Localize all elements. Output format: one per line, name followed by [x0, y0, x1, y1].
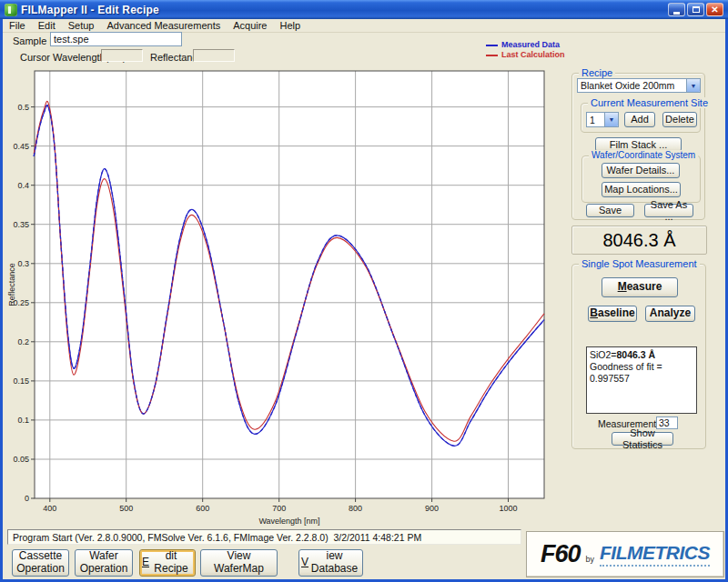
reflectance-spectrum-chart[interactable]: 400500600700800900100000.050.10.150.20.2… — [7, 64, 564, 529]
restore-icon — [693, 6, 700, 13]
analyze-button[interactable]: Analyze — [645, 306, 695, 322]
site-selected-value: 1 — [587, 115, 604, 125]
minimize-button[interactable] — [668, 3, 685, 16]
svg-text:0: 0 — [25, 494, 29, 503]
window-title: FILMapper II - Edit Recipe — [21, 4, 159, 16]
app-window: FILMapper II - Edit Recipe ✕ File Edit S… — [0, 0, 728, 582]
svg-text:500: 500 — [119, 504, 133, 513]
results-box: SiO2=8046.3 Å Goodness of fit = 0.997557 — [586, 346, 697, 414]
svg-text:0.35: 0.35 — [13, 220, 29, 229]
wafer-details-button[interactable]: Wafer Details... — [602, 163, 680, 178]
svg-text:Reflectance: Reflectance — [7, 263, 16, 306]
svg-text:0.2: 0.2 — [17, 337, 29, 346]
result-thickness-value: 8046.3 Å — [616, 349, 655, 360]
app-icon — [5, 4, 17, 16]
menu-acquire[interactable]: Acquire — [227, 19, 273, 33]
logo-by-text: by — [586, 555, 595, 564]
svg-text:0.15: 0.15 — [13, 376, 29, 386]
chart-legend: Measured Data Last Calculation — [486, 40, 565, 60]
result-thickness-line: SiO2=8046.3 Å — [590, 349, 693, 361]
save-button[interactable]: Save — [586, 204, 634, 217]
restore-button[interactable] — [687, 3, 704, 16]
save-as-button[interactable]: Save As ... — [644, 204, 693, 217]
recipe-select[interactable]: Blanket Oxide 200mm ▼ — [577, 78, 701, 93]
baseline-button[interactable]: Baseline — [588, 306, 637, 322]
svg-text:600: 600 — [196, 504, 209, 513]
minimize-icon — [673, 12, 680, 15]
wafer-coordinate-group: Wafer/Coordinate System Wafer Details...… — [581, 156, 701, 203]
show-statistics-button[interactable]: Show Statistics — [612, 432, 673, 446]
f60-filmetrics-logo: F60 by FILMETRICS — [526, 531, 724, 577]
svg-text:900: 900 — [425, 504, 439, 513]
close-icon: ✕ — [711, 5, 718, 15]
recipe-group: Recipe Blanket Oxide 200mm ▼ Current Mea… — [571, 73, 705, 220]
add-button[interactable]: Add — [624, 112, 655, 127]
single-spot-measurement-group: Single Spot Measurement Measure Baseline… — [571, 264, 706, 449]
svg-text:0.45: 0.45 — [13, 142, 29, 151]
svg-text:0.5: 0.5 — [17, 103, 29, 112]
calculated-series-swatch — [486, 55, 498, 56]
f60-logo-text: F60 — [541, 540, 581, 568]
svg-text:0.3: 0.3 — [17, 259, 29, 268]
title-bar[interactable]: FILMapper II - Edit Recipe ✕ — [0, 0, 728, 19]
svg-text:0.4: 0.4 — [17, 181, 29, 190]
menu-bar: File Edit Setup Advanced Measurements Ac… — [3, 19, 725, 33]
measurement-site-group-label: Current Measurement Site — [588, 97, 711, 108]
close-button[interactable]: ✕ — [706, 3, 723, 16]
measure-button[interactable]: Measure — [602, 277, 678, 297]
status-bar: Program Start (Ver. 2.8.0.9000, FMSolve … — [7, 529, 521, 545]
calculated-series-label: Last Calculation — [501, 50, 565, 60]
recipe-group-label: Recipe — [579, 67, 615, 78]
thickness-value-display: 8046.3 Å — [571, 226, 707, 255]
measured-series-swatch — [486, 45, 498, 46]
svg-text:700: 700 — [272, 504, 286, 513]
recipe-selected-value: Blanket Oxide 200mm — [578, 80, 686, 91]
wafer-coordinate-group-label: Wafer/Coordinate System — [589, 150, 698, 160]
filmetrics-logo-text: FILMETRICS — [600, 542, 710, 567]
edit-recipe-button[interactable]: Edit Recipe — [139, 549, 196, 577]
view-wafermap-button[interactable]: View WaferMap — [200, 549, 278, 577]
menu-edit[interactable]: Edit — [32, 19, 62, 33]
map-locations-button[interactable]: Map Locations... — [602, 182, 681, 197]
svg-text:0.1: 0.1 — [17, 416, 29, 425]
menu-help[interactable]: Help — [273, 19, 307, 33]
single-spot-group-label: Single Spot Measurement — [579, 258, 700, 269]
result-goodness-line: Goodness of fit = 0.997557 — [590, 361, 693, 385]
menu-file[interactable]: File — [3, 19, 32, 33]
measurement-site-group: Current Measurement Site 1 ▼ Add Delete — [581, 103, 701, 133]
site-dropdown-arrow-icon[interactable]: ▼ — [604, 113, 618, 126]
svg-text:1000: 1000 — [499, 504, 517, 513]
wafer-operation-button[interactable]: Wafer Operation — [75, 549, 133, 577]
cursor-wavelength-field[interactable] — [101, 49, 143, 62]
delete-button[interactable]: Delete — [662, 112, 697, 127]
svg-text:400: 400 — [43, 504, 56, 513]
svg-text:Wavelength [nm]: Wavelength [nm] — [258, 517, 319, 526]
menu-advanced-measurements[interactable]: Advanced Measurements — [100, 19, 227, 33]
recipe-dropdown-arrow-icon[interactable]: ▼ — [686, 79, 700, 92]
site-select[interactable]: 1 ▼ — [586, 112, 619, 127]
svg-text:0.05: 0.05 — [13, 455, 29, 464]
view-database-button[interactable]: View Database — [298, 549, 363, 577]
reflectance-field[interactable] — [193, 49, 235, 62]
menu-setup[interactable]: Setup — [62, 19, 101, 33]
measured-series-label: Measured Data — [501, 40, 560, 50]
sample-id-input[interactable] — [50, 32, 182, 46]
cassette-operation-button[interactable]: Cassette Operation — [12, 549, 69, 577]
svg-text:800: 800 — [349, 504, 362, 513]
